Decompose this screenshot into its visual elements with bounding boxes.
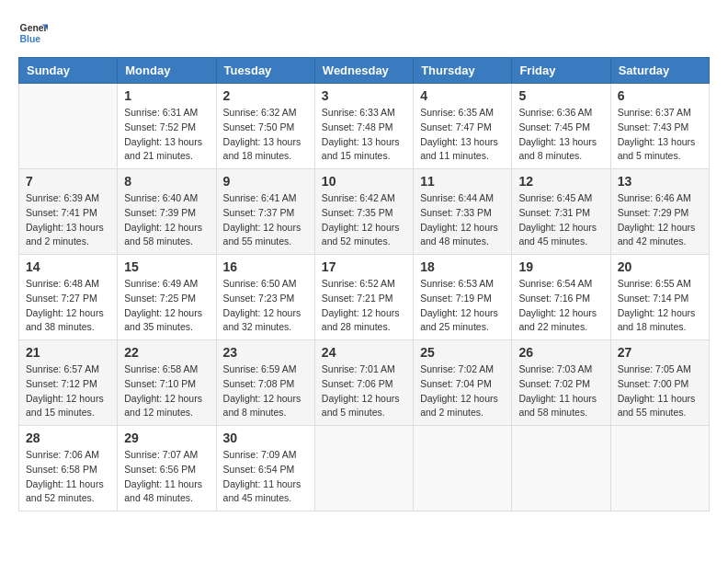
day-info: Sunrise: 6:53 AMSunset: 7:19 PMDaylight:… xyxy=(420,277,505,335)
day-info: Sunrise: 7:07 AMSunset: 6:56 PMDaylight:… xyxy=(124,448,209,506)
calendar-cell: 20Sunrise: 6:55 AMSunset: 7:14 PMDayligh… xyxy=(610,255,709,340)
calendar-cell: 1Sunrise: 6:31 AMSunset: 7:52 PMDaylight… xyxy=(118,84,216,169)
calendar-cell: 6Sunrise: 6:37 AMSunset: 7:43 PMDaylight… xyxy=(610,84,709,169)
day-number: 4 xyxy=(420,88,505,103)
day-info: Sunrise: 6:58 AMSunset: 7:10 PMDaylight:… xyxy=(124,362,209,420)
day-info: Sunrise: 6:36 AMSunset: 7:45 PMDaylight:… xyxy=(518,106,603,164)
day-info: Sunrise: 6:52 AMSunset: 7:21 PMDaylight:… xyxy=(322,277,406,335)
weekday-header-friday: Friday xyxy=(512,58,610,84)
calendar-cell xyxy=(414,426,512,511)
day-number: 21 xyxy=(26,345,110,360)
calendar-cell: 21Sunrise: 6:57 AMSunset: 7:12 PMDayligh… xyxy=(19,340,118,426)
day-number: 11 xyxy=(420,174,505,189)
calendar-cell: 22Sunrise: 6:58 AMSunset: 7:10 PMDayligh… xyxy=(118,340,216,426)
day-number: 16 xyxy=(223,259,308,274)
day-info: Sunrise: 6:32 AMSunset: 7:50 PMDaylight:… xyxy=(223,106,308,164)
calendar-cell: 28Sunrise: 7:06 AMSunset: 6:58 PMDayligh… xyxy=(19,426,118,511)
calendar-cell: 10Sunrise: 6:42 AMSunset: 7:35 PMDayligh… xyxy=(314,169,413,255)
calendar-cell: 25Sunrise: 7:02 AMSunset: 7:04 PMDayligh… xyxy=(414,340,512,426)
day-info: Sunrise: 6:41 AMSunset: 7:37 PMDaylight:… xyxy=(223,191,308,249)
calendar-cell xyxy=(314,426,413,511)
calendar-cell: 18Sunrise: 6:53 AMSunset: 7:19 PMDayligh… xyxy=(414,255,512,340)
calendar-cell: 3Sunrise: 6:33 AMSunset: 7:48 PMDaylight… xyxy=(314,84,413,169)
day-number: 28 xyxy=(26,431,110,445)
calendar-cell: 30Sunrise: 7:09 AMSunset: 6:54 PMDayligh… xyxy=(216,426,314,511)
weekday-header-sunday: Sunday xyxy=(19,58,118,84)
day-number: 24 xyxy=(322,345,406,360)
day-info: Sunrise: 7:09 AMSunset: 6:54 PMDaylight:… xyxy=(223,448,308,506)
calendar-cell: 27Sunrise: 7:05 AMSunset: 7:00 PMDayligh… xyxy=(610,340,709,426)
day-number: 20 xyxy=(618,259,702,274)
calendar-cell: 4Sunrise: 6:35 AMSunset: 7:47 PMDaylight… xyxy=(414,84,512,169)
day-info: Sunrise: 6:54 AMSunset: 7:16 PMDaylight:… xyxy=(518,277,603,335)
day-info: Sunrise: 7:05 AMSunset: 7:00 PMDaylight:… xyxy=(618,362,702,420)
day-number: 7 xyxy=(26,174,110,189)
calendar-table: SundayMondayTuesdayWednesdayThursdayFrid… xyxy=(18,57,710,511)
day-info: Sunrise: 6:31 AMSunset: 7:52 PMDaylight:… xyxy=(124,106,209,164)
day-info: Sunrise: 6:55 AMSunset: 7:14 PMDaylight:… xyxy=(618,277,702,335)
day-number: 10 xyxy=(322,174,406,189)
day-number: 5 xyxy=(518,88,603,103)
day-info: Sunrise: 6:59 AMSunset: 7:08 PMDaylight:… xyxy=(223,362,308,420)
day-info: Sunrise: 6:44 AMSunset: 7:33 PMDaylight:… xyxy=(420,191,505,249)
day-number: 2 xyxy=(223,88,308,103)
day-number: 22 xyxy=(124,345,209,360)
day-info: Sunrise: 6:33 AMSunset: 7:48 PMDaylight:… xyxy=(322,106,406,164)
day-number: 14 xyxy=(26,259,110,274)
day-number: 6 xyxy=(618,88,702,103)
day-number: 8 xyxy=(124,174,209,189)
calendar-cell: 13Sunrise: 6:46 AMSunset: 7:29 PMDayligh… xyxy=(610,169,709,255)
svg-text:Blue: Blue xyxy=(20,34,41,44)
day-number: 30 xyxy=(223,431,308,445)
day-info: Sunrise: 7:06 AMSunset: 6:58 PMDaylight:… xyxy=(26,448,110,506)
calendar-week-4: 21Sunrise: 6:57 AMSunset: 7:12 PMDayligh… xyxy=(19,340,710,426)
calendar-cell xyxy=(512,426,610,511)
calendar-cell: 17Sunrise: 6:52 AMSunset: 7:21 PMDayligh… xyxy=(314,255,413,340)
day-number: 17 xyxy=(322,259,406,274)
day-number: 9 xyxy=(223,174,308,189)
day-info: Sunrise: 7:03 AMSunset: 7:02 PMDaylight:… xyxy=(518,362,603,420)
day-number: 25 xyxy=(420,345,505,360)
calendar-week-2: 7Sunrise: 6:39 AMSunset: 7:41 PMDaylight… xyxy=(19,169,710,255)
day-info: Sunrise: 6:49 AMSunset: 7:25 PMDaylight:… xyxy=(124,277,209,335)
day-number: 19 xyxy=(518,259,603,274)
calendar-cell: 2Sunrise: 6:32 AMSunset: 7:50 PMDaylight… xyxy=(216,84,314,169)
day-info: Sunrise: 6:35 AMSunset: 7:47 PMDaylight:… xyxy=(420,106,505,164)
calendar-week-3: 14Sunrise: 6:48 AMSunset: 7:27 PMDayligh… xyxy=(19,255,710,340)
day-info: Sunrise: 6:46 AMSunset: 7:29 PMDaylight:… xyxy=(618,191,702,249)
day-number: 18 xyxy=(420,259,505,274)
weekday-header-wednesday: Wednesday xyxy=(314,58,413,84)
calendar-cell: 19Sunrise: 6:54 AMSunset: 7:16 PMDayligh… xyxy=(512,255,610,340)
logo: General Blue xyxy=(18,18,51,48)
calendar-week-1: 1Sunrise: 6:31 AMSunset: 7:52 PMDaylight… xyxy=(19,84,710,169)
day-number: 29 xyxy=(124,431,209,445)
day-info: Sunrise: 6:48 AMSunset: 7:27 PMDaylight:… xyxy=(26,277,110,335)
day-number: 27 xyxy=(618,345,702,360)
calendar-cell: 26Sunrise: 7:03 AMSunset: 7:02 PMDayligh… xyxy=(512,340,610,426)
day-info: Sunrise: 6:50 AMSunset: 7:23 PMDaylight:… xyxy=(223,277,308,335)
day-info: Sunrise: 6:45 AMSunset: 7:31 PMDaylight:… xyxy=(518,191,603,249)
weekday-header-monday: Monday xyxy=(118,58,216,84)
day-info: Sunrise: 6:42 AMSunset: 7:35 PMDaylight:… xyxy=(322,191,406,249)
calendar-cell: 8Sunrise: 6:40 AMSunset: 7:39 PMDaylight… xyxy=(118,169,216,255)
calendar-cell: 12Sunrise: 6:45 AMSunset: 7:31 PMDayligh… xyxy=(512,169,610,255)
calendar-cell: 16Sunrise: 6:50 AMSunset: 7:23 PMDayligh… xyxy=(216,255,314,340)
weekday-header-saturday: Saturday xyxy=(610,58,709,84)
weekday-header-tuesday: Tuesday xyxy=(216,58,314,84)
calendar-cell: 15Sunrise: 6:49 AMSunset: 7:25 PMDayligh… xyxy=(118,255,216,340)
calendar-cell xyxy=(19,84,118,169)
day-info: Sunrise: 6:57 AMSunset: 7:12 PMDaylight:… xyxy=(26,362,110,420)
day-info: Sunrise: 7:01 AMSunset: 7:06 PMDaylight:… xyxy=(322,362,406,420)
day-number: 1 xyxy=(124,88,209,103)
day-number: 23 xyxy=(223,345,308,360)
logo-icon: General Blue xyxy=(18,18,48,48)
calendar-cell: 14Sunrise: 6:48 AMSunset: 7:27 PMDayligh… xyxy=(19,255,118,340)
calendar-cell: 24Sunrise: 7:01 AMSunset: 7:06 PMDayligh… xyxy=(314,340,413,426)
weekday-header-thursday: Thursday xyxy=(414,58,512,84)
day-info: Sunrise: 6:37 AMSunset: 7:43 PMDaylight:… xyxy=(618,106,702,164)
day-info: Sunrise: 6:40 AMSunset: 7:39 PMDaylight:… xyxy=(124,191,209,249)
calendar-cell: 7Sunrise: 6:39 AMSunset: 7:41 PMDaylight… xyxy=(19,169,118,255)
calendar-cell: 29Sunrise: 7:07 AMSunset: 6:56 PMDayligh… xyxy=(118,426,216,511)
calendar-cell: 5Sunrise: 6:36 AMSunset: 7:45 PMDaylight… xyxy=(512,84,610,169)
calendar-week-5: 28Sunrise: 7:06 AMSunset: 6:58 PMDayligh… xyxy=(19,426,710,511)
